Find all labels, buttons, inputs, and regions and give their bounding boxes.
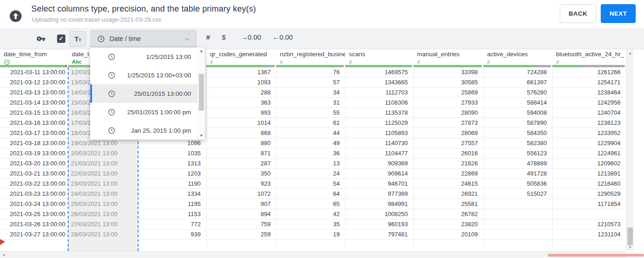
table-cell: 2021-03-19 13:00:00: [0, 148, 68, 158]
number-type-icon: #: [556, 59, 559, 65]
table-cell: 1190: [138, 179, 206, 189]
date-format-label: 25/01/2015 13:00:00: [116, 90, 191, 97]
column-header-manual_entries[interactable]: manual_entries#: [413, 49, 483, 67]
vertical-scrollbar[interactable]: ▲ ▼: [626, 49, 633, 251]
table-row: 2021-03-21 13:00:0022/03/2021 13:0012033…: [0, 169, 626, 179]
horizontal-scrollbar[interactable]: ◄ ►: [0, 251, 626, 258]
dropdown-scrollbar-thumb[interactable]: [199, 74, 204, 111]
table-cell: 1072: [206, 189, 276, 199]
dropdown-scroll-up-icon[interactable]: ▲: [198, 48, 205, 54]
increase-decimal-button[interactable]: →0.00: [241, 33, 261, 41]
table-cell: 2021-03-15 13:00:00: [0, 108, 68, 118]
scroll-left-icon[interactable]: ◄: [0, 252, 7, 258]
table-cell: 1153: [138, 209, 206, 219]
table-cell: 21/03/2021 13:00: [68, 158, 138, 169]
table-cell: 478889: [483, 158, 552, 169]
table-cell: 24/03/2021 13:00: [68, 189, 138, 199]
table-cell: 894: [206, 209, 276, 219]
date-format-label: Jan 25, 2015 1:00 pm: [116, 127, 191, 134]
vertical-scrollbar-thumb[interactable]: [627, 228, 633, 245]
table-cell: 2021-03-20 13:00:00: [0, 158, 68, 169]
number-type-button[interactable]: #: [206, 33, 210, 41]
table-cell: 20/03/2021 13:00: [68, 148, 138, 158]
table-cell: 1203: [138, 169, 206, 179]
table-cell: 515027: [483, 189, 552, 199]
table-cell: 28/03/2021 13:00: [68, 229, 138, 240]
table-cell: 984991: [345, 199, 413, 209]
table-cell: 64: [276, 189, 345, 199]
date-format-option[interactable]: 25/01/2015 1:00:00 pm: [90, 103, 205, 121]
back-button[interactable]: BACK: [560, 4, 596, 23]
column-header-scans[interactable]: scans#: [345, 49, 413, 67]
table-cell: 505836: [483, 179, 552, 189]
column-name: date_t: [72, 51, 89, 58]
table-cell: 22/03/2021 13:00: [68, 169, 138, 179]
page-title: Select columns type, precision, and the …: [31, 4, 256, 14]
date-format-option[interactable]: 1/25/2015 13:00: [90, 47, 205, 66]
date-format-option[interactable]: 1/25/2015 13:00+03:00: [90, 66, 205, 84]
scroll-down-icon[interactable]: ▼: [627, 244, 634, 251]
include-column-checkbox[interactable]: ✓: [57, 35, 65, 43]
text-type-button[interactable]: Tт: [70, 31, 86, 47]
table-cell: 946701: [345, 179, 413, 189]
date-format-option[interactable]: Jan 25, 2015 1:00 pm: [90, 121, 205, 140]
column-name: date_time_from: [4, 51, 47, 58]
table-cell: 55: [276, 108, 345, 118]
column-header-nzbn_registered_busine[interactable]: nzbn_registered_busine#: [276, 49, 345, 67]
chevron-down-icon: [184, 36, 191, 45]
table-cell: 26016: [413, 148, 483, 158]
table-cell: 30585: [413, 77, 483, 88]
column-header-qr_codes_generated[interactable]: qr_codes_generated#: [206, 49, 276, 67]
dropdown-scroll-down-icon[interactable]: ▼: [198, 133, 205, 139]
table-cell: 49: [276, 138, 345, 148]
column-header-date_time_from[interactable]: date_time_from: [0, 49, 68, 67]
table-cell: 27/03/2021 13:00: [68, 219, 138, 229]
table-cell: 576280: [483, 88, 552, 98]
dropdown-scrollbar[interactable]: ▲ ▼: [197, 47, 205, 140]
column-header-active_devices[interactable]: active_devices#: [483, 49, 552, 67]
table-cell: 2021-03-14 13:00:00: [0, 98, 68, 108]
clock-icon: [108, 127, 116, 135]
table-cell: 21626: [413, 158, 483, 169]
date-format-option[interactable]: 25/01/2015 13:00:00: [90, 84, 205, 103]
table-cell: 65: [276, 199, 345, 209]
horizontal-scroll-indicator: [548, 254, 644, 257]
upload-icon: [9, 10, 22, 23]
scroll-up-icon[interactable]: ▲: [627, 50, 634, 57]
table-row: 2021-03-25 13:00:0026/03/2021 13:0011538…: [0, 209, 626, 219]
table-cell: 1261266: [552, 67, 626, 77]
column-name: active_devices: [487, 51, 528, 58]
table-cell: 27557: [413, 138, 483, 148]
column-header-bluetooth_active_24_hr_[interactable]: bluetooth_active_24_hr_#: [552, 49, 626, 67]
decrease-decimal-button[interactable]: ←0.00: [273, 33, 293, 41]
table-cell: 1125029: [345, 118, 413, 128]
table-cell: 1112703: [345, 88, 413, 98]
table-cell: 993: [206, 108, 276, 118]
column-type-select[interactable]: Date / time: [91, 30, 197, 47]
table-cell: 20109: [413, 229, 483, 240]
table-cell: 871: [206, 148, 276, 158]
table-cell: 350: [206, 169, 276, 179]
table-cell: 23820: [413, 219, 483, 229]
table-row: 2021-03-27 13:00:0028/03/2021 13:0093925…: [0, 229, 626, 240]
table-row: 2021-03-18 13:00:0019/03/2021 13:0010968…: [0, 138, 626, 148]
table-cell: 1104477: [345, 148, 413, 158]
next-button[interactable]: NEXT: [601, 4, 636, 23]
table-cell: 19: [276, 229, 345, 240]
table-cell: 907: [206, 199, 276, 209]
table-cell: 24615: [413, 179, 483, 189]
table-cell: 724288: [483, 67, 552, 77]
table-cell: 1195: [138, 199, 206, 209]
table-cell: 1238123: [552, 118, 626, 128]
table-row: 2021-03-24 13:00:0025/03/2021 13:0011959…: [0, 199, 626, 209]
primary-key-icon[interactable]: [36, 34, 46, 43]
table-cell: 1233952: [552, 128, 626, 138]
table-cell: 582380: [483, 138, 552, 148]
table-cell: 939: [138, 229, 206, 240]
currency-type-button[interactable]: $: [222, 33, 226, 41]
column-type-toolbar: ✓ Tт Date / time # $ →0.00 ←0.00: [0, 29, 644, 49]
table-cell: 909614: [345, 169, 413, 179]
table-cell: 1213891: [552, 169, 626, 179]
table-cell: 2021-03-16 13:00:00: [0, 118, 68, 128]
column-name: bluetooth_active_24_hr_: [556, 51, 624, 58]
